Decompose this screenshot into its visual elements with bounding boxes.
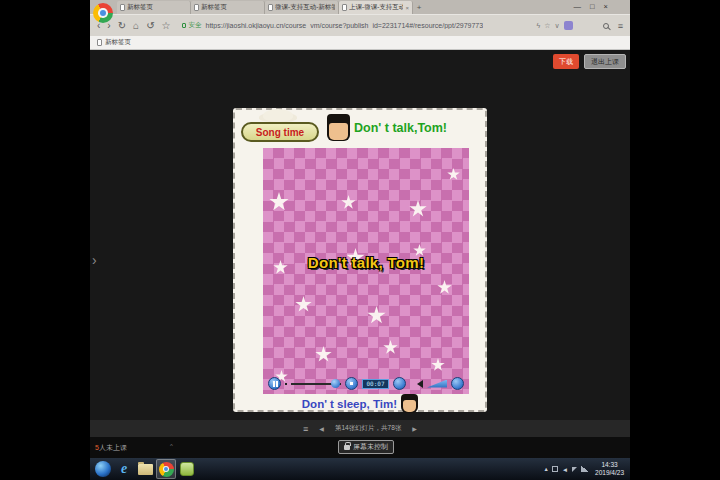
tab-title: 新标签页	[201, 3, 261, 12]
tab-strip: 新标签页 新标签页 微课-支持互动-新标签页 上课-微课-支持互动-新标签页 ×…	[117, 1, 425, 14]
lock-icon	[182, 23, 186, 28]
chevron-down-icon[interactable]: ∨	[555, 22, 560, 30]
tray-flag-icon[interactable]	[572, 467, 577, 472]
next-slide-button[interactable]: ▶	[412, 425, 417, 432]
expand-panel-chevron-icon[interactable]: ›	[92, 252, 97, 268]
progress-track[interactable]	[291, 383, 341, 385]
taskbar-app[interactable]	[177, 459, 197, 479]
tom-face-image	[327, 114, 350, 141]
refresh-button[interactable]: ↻	[118, 21, 126, 31]
speaker-icon[interactable]	[417, 380, 423, 388]
undo-button[interactable]: ↺	[146, 21, 154, 31]
ie-icon: e	[121, 461, 127, 477]
time-display: 00:07	[362, 379, 389, 389]
mute-button[interactable]	[451, 377, 464, 390]
star-icon	[409, 200, 427, 218]
tab-close-icon[interactable]: ×	[405, 5, 409, 11]
taskbar-chrome-active[interactable]	[156, 459, 176, 479]
toolbar-right-icons: ϟ ☆ ∨ ≡	[537, 21, 623, 31]
tab-3[interactable]: 微课-支持互动-新标签页	[265, 1, 339, 14]
forward-button[interactable]: ›	[107, 21, 110, 31]
lock-icon	[344, 445, 350, 450]
screen-control-button[interactable]: 屏幕未控制	[338, 440, 394, 454]
extension-icon[interactable]	[564, 21, 573, 30]
favorite-star-icon[interactable]: ☆	[544, 22, 550, 30]
tab-2[interactable]: 新标签页	[191, 1, 265, 14]
download-button[interactable]: 下载	[553, 54, 579, 69]
next-lyric-row: Don' t sleep, Tim!	[235, 394, 485, 413]
tick-mark	[285, 383, 287, 385]
prev-slide-button[interactable]: ◀	[319, 425, 324, 432]
close-button[interactable]: ×	[604, 2, 608, 11]
exit-class-button[interactable]: 退出上课	[584, 54, 626, 69]
clock-time: 14:33	[595, 461, 624, 469]
loop-button[interactable]	[393, 377, 406, 390]
page-icon	[268, 4, 273, 11]
star-icon	[367, 306, 386, 325]
bookmark-star-icon[interactable]: ☆	[162, 21, 171, 31]
url-text: https://jiaoshi.okjiaoyu.cn/course_vm/co…	[205, 22, 483, 29]
slide-page-indicator: 第14张幻灯片，共78张	[335, 424, 401, 433]
tim-face-image	[401, 394, 418, 413]
volume-slider[interactable]	[427, 380, 447, 388]
page-icon	[194, 4, 199, 11]
security-label: 安全	[188, 21, 201, 30]
maximize-button[interactable]: □	[590, 2, 595, 11]
lyric-text: Don't talk, Tom!	[263, 254, 469, 271]
tab-4-active[interactable]: 上课-微课-支持互动-新标签页 ×	[339, 1, 413, 14]
next-lyric-text: Don' t sleep, Tim!	[302, 398, 397, 410]
tab-title: 新标签页	[127, 3, 187, 12]
bookmark-item[interactable]: 新标签页	[105, 38, 131, 47]
chrome-logo-icon	[93, 3, 113, 23]
star-icon	[437, 280, 452, 295]
stop-button[interactable]	[345, 377, 358, 390]
security-badge: 安全	[182, 21, 201, 30]
slide-canvas[interactable]: Song time Don' t talk,Tom! Don't talk, T…	[233, 108, 487, 412]
lesson-page: 下载 退出上课 › Song time Don' t talk,Tom!	[90, 50, 630, 420]
slide-nav-bar: ≡ ◀ 第14张幻灯片，共78张 ▶	[90, 420, 630, 437]
captured-screen: 新标签页 新标签页 微课-支持互动-新标签页 上课-微课-支持互动-新标签页 ×…	[90, 0, 630, 480]
new-tab-button[interactable]: +	[413, 1, 425, 14]
tray-network-icon[interactable]	[581, 466, 588, 472]
browser-menu-icon[interactable]: ≡	[618, 21, 623, 31]
taskbar-clock[interactable]: 14:33 2019/4/23	[592, 461, 627, 477]
clock-date: 2019/4/23	[595, 469, 624, 477]
star-icon	[315, 346, 332, 363]
taskbar-explorer[interactable]	[135, 459, 155, 479]
tab-1[interactable]: 新标签页	[117, 1, 191, 14]
windows-taskbar: e ▴ ◄ 14:33 2019/4/23	[90, 458, 630, 480]
star-icon	[341, 195, 356, 210]
minimize-button[interactable]: —	[574, 2, 582, 11]
system-tray: ▴ ◄ 14:33 2019/4/23	[544, 461, 627, 477]
checkered-panel: Don't talk, Tom! 00:07	[263, 148, 469, 394]
collapse-caret-icon[interactable]: ^	[170, 443, 173, 449]
star-icon	[383, 340, 398, 355]
chrome-icon	[159, 462, 174, 477]
flash-icon[interactable]: ϟ	[537, 22, 541, 29]
tab-title: 上课-微课-支持互动-新标签页	[349, 3, 403, 12]
cherub-image	[263, 109, 293, 122]
slide-list-menu-icon[interactable]: ≡	[303, 424, 308, 434]
tray-up-caret-icon[interactable]: ▴	[544, 465, 547, 473]
song-time-badge: Song time	[241, 122, 319, 142]
page-icon	[120, 4, 125, 11]
offline-students-label: 5人未上课	[95, 443, 127, 453]
home-button[interactable]: ⌂	[133, 21, 139, 31]
star-icon	[431, 358, 445, 372]
page-icon	[97, 39, 102, 46]
start-button[interactable]	[93, 459, 113, 479]
search-icon[interactable]	[603, 23, 609, 29]
progress-handle[interactable]	[331, 379, 340, 388]
lesson-header-buttons: 下载 退出上课	[553, 54, 626, 69]
bookmarks-bar: 新标签页	[90, 36, 630, 50]
address-bar[interactable]: 安全 https://jiaoshi.okjiaoyu.cn/course_vm…	[177, 19, 529, 32]
window-controls: — □ ×	[574, 0, 608, 13]
taskbar-ie[interactable]: e	[114, 459, 134, 479]
star-icon	[269, 192, 289, 212]
pause-button[interactable]	[268, 377, 281, 390]
tray-speaker-icon[interactable]: ◄	[562, 466, 568, 473]
tray-app-icon[interactable]	[552, 466, 558, 472]
slide-title: Don' t talk,Tom!	[354, 121, 447, 135]
tab-title: 微课-支持互动-新标签页	[275, 3, 335, 12]
windows-orb-icon	[95, 461, 111, 477]
